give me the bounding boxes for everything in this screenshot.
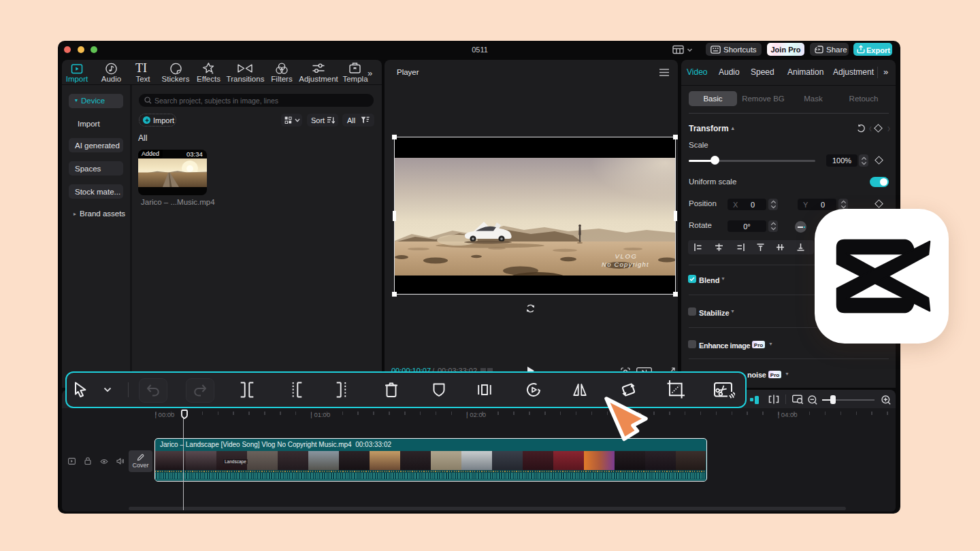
svg-text:VLOG: VLOG	[615, 252, 638, 260]
svg-text:No Copyright: No Copyright	[602, 261, 649, 268]
